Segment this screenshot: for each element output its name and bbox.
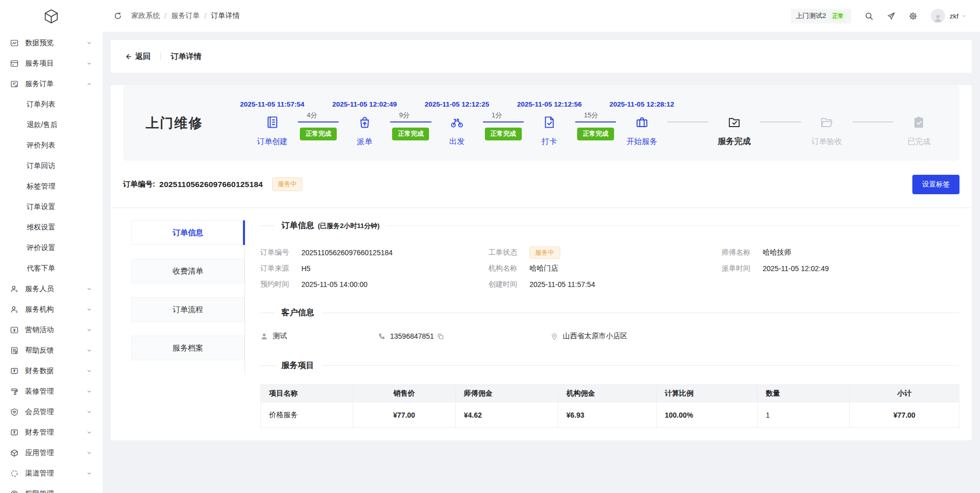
sidebar-subitem-order-followup[interactable]: 订单回访 bbox=[0, 156, 103, 176]
app-window: 数据预览 服务项目 服务订单 订单列表 退款/售后 评价列表 订单回访 标签管理… bbox=[0, 0, 980, 493]
back-button[interactable]: 返回 bbox=[124, 52, 151, 61]
breadcrumb-service-orders[interactable]: 服务订单 bbox=[171, 11, 200, 20]
content-area: 返回 订单详情 上门维修 2025-11-05 11:57:54 订单创建 bbox=[103, 32, 980, 493]
sidebar-item-permissions[interactable]: 权限管理 bbox=[0, 484, 103, 493]
field-order-number: 订单编号 20251105626097660125184 bbox=[260, 244, 488, 260]
document-check-icon bbox=[542, 115, 556, 129]
sidebar-item-channels[interactable]: 渠道管理 bbox=[0, 463, 103, 484]
topbar: 家政系统 / 服务订单 / 订单详情 上门测试2 正常 zkf bbox=[103, 0, 980, 32]
chevron-down-icon bbox=[86, 327, 92, 333]
sidebar-item-decoration[interactable]: 装修管理 bbox=[0, 381, 103, 402]
status-badge: 正常完成 bbox=[300, 128, 337, 140]
folder-check-icon bbox=[727, 115, 741, 129]
sidebar-item-service-agency[interactable]: 服务机构 bbox=[0, 299, 103, 320]
cell-ratio: 100.00% bbox=[657, 402, 758, 428]
chevron-down-icon bbox=[86, 388, 92, 395]
tab-charge-list[interactable]: 收费清单 bbox=[131, 259, 244, 283]
step-label: 订单创建 bbox=[257, 136, 288, 147]
sidebar-item-finance-data[interactable]: 财务数据 bbox=[0, 361, 103, 381]
chevron-down-icon bbox=[86, 450, 92, 456]
finance-icon bbox=[10, 428, 18, 437]
chevron-up-icon bbox=[86, 81, 92, 87]
breadcrumb-separator: / bbox=[165, 12, 167, 20]
timeline-step-completed: 已完成 bbox=[897, 99, 941, 147]
section-customer-info: 客户信息 bbox=[260, 307, 959, 318]
send-icon[interactable] bbox=[887, 12, 895, 20]
sidebar-subitem-tag-management[interactable]: 标签管理 bbox=[0, 176, 103, 197]
column-header: 师傅佣金 bbox=[456, 385, 558, 402]
timeline-connector bbox=[849, 99, 897, 147]
column-header: 数量 bbox=[758, 385, 850, 402]
chevron-down-icon bbox=[86, 347, 92, 354]
cell-master-commission: ¥4.62 bbox=[456, 402, 558, 428]
field-master-name: 师傅名称 哈哈技师 bbox=[722, 244, 959, 260]
cell-agency-commission: ¥6.93 bbox=[558, 402, 657, 428]
sidebar-subitem-review-list[interactable]: 评价列表 bbox=[0, 135, 103, 156]
step-label: 订单验收 bbox=[811, 136, 842, 147]
table-row: 价格服务 ¥77.00 ¥4.62 ¥6.93 100.00% 1 ¥77.00 bbox=[261, 402, 959, 428]
sidebar-item-service-staff[interactable]: 服务人员 bbox=[0, 279, 103, 299]
sidebar-subitem-order-settings[interactable]: 订单设置 bbox=[0, 197, 103, 217]
detail-tabs: 订单信息 收费清单 订单流程 服务档案 bbox=[131, 220, 245, 374]
paint-roller-icon bbox=[10, 387, 18, 396]
sidebar-item-finance-mgmt[interactable]: 财务管理 bbox=[0, 422, 103, 443]
sidebar-subitem-review-settings[interactable]: 评价设置 bbox=[0, 238, 103, 258]
column-header: 项目名称 bbox=[261, 385, 353, 402]
document-icon bbox=[10, 346, 18, 355]
sidebar-item-marketing[interactable]: 营销活动 bbox=[0, 320, 103, 340]
order-info-grid: 订单编号 20251105626097660125184 工单状态 服务中 师傅… bbox=[260, 244, 959, 292]
person-icon bbox=[10, 305, 18, 314]
username[interactable]: zkf bbox=[950, 12, 958, 20]
step-label: 服务完成 bbox=[718, 136, 750, 147]
location-pin-icon bbox=[550, 333, 558, 340]
refresh-icon[interactable] bbox=[114, 12, 122, 20]
column-header: 机构佣金 bbox=[558, 385, 657, 402]
set-tag-button[interactable]: 设置标签 bbox=[912, 175, 959, 194]
gear-icon[interactable] bbox=[909, 12, 917, 20]
sidebar-subitem-rights-settings[interactable]: 维权设置 bbox=[0, 217, 103, 238]
avatar[interactable] bbox=[931, 9, 945, 23]
tab-order-flow[interactable]: 订单流程 bbox=[131, 297, 244, 322]
step-label: 打卡 bbox=[542, 136, 557, 147]
page-title: 订单详情 bbox=[171, 52, 201, 61]
step-label: 出发 bbox=[450, 136, 465, 147]
order-detail-card: 上门维修 2025-11-05 11:57:54 订单创建 4分 正常完成 bbox=[111, 85, 972, 440]
sidebar-subitem-order-list[interactable]: 订单列表 bbox=[0, 94, 103, 115]
work-status-badge: 服务中 bbox=[529, 246, 560, 259]
workspace-badge[interactable]: 上门测试2 正常 bbox=[791, 9, 851, 24]
detail-content: 订单信息 (已服务2小时11分钟) 订单编号 20251105626097660… bbox=[260, 220, 959, 428]
order-number-value: 20251105626097660125184 bbox=[159, 180, 263, 189]
timeline-connector bbox=[756, 99, 804, 147]
cell-item-name: 价格服务 bbox=[261, 402, 353, 428]
status-badge: 正常完成 bbox=[577, 128, 614, 140]
sidebar-item-data-preview[interactable]: 数据预览 bbox=[0, 33, 103, 53]
step-label: 开始服务 bbox=[626, 136, 657, 147]
tab-order-info[interactable]: 订单信息 bbox=[131, 220, 244, 245]
chevron-down-icon bbox=[86, 40, 92, 46]
sidebar-item-apps[interactable]: 应用管理 bbox=[0, 443, 103, 463]
column-header: 计算比例 bbox=[657, 385, 758, 402]
order-number-label: 订单编号: bbox=[123, 179, 155, 189]
section-subtitle: (已服务2小时11分钟) bbox=[318, 221, 380, 231]
sidebar-item-service-projects[interactable]: 服务项目 bbox=[0, 53, 103, 74]
sidebar-item-members[interactable]: 会员管理 bbox=[0, 402, 103, 422]
sidebar-subitem-refund-aftersale[interactable]: 退款/售后 bbox=[0, 115, 103, 135]
sidebar-subitem-proxy-order[interactable]: 代客下单 bbox=[0, 258, 103, 279]
tab-service-archive[interactable]: 服务档案 bbox=[131, 336, 244, 360]
workspace-name: 上门测试2 bbox=[796, 11, 826, 20]
chevron-down-icon bbox=[86, 491, 92, 493]
chevron-down-icon[interactable] bbox=[961, 13, 967, 19]
sidebar-item-help-feedback[interactable]: 帮助反馈 bbox=[0, 340, 103, 361]
folder-open-icon bbox=[820, 115, 833, 129]
copy-icon[interactable] bbox=[437, 333, 444, 340]
cell-subtotal: ¥77.00 bbox=[850, 402, 959, 428]
document-lines-icon bbox=[266, 115, 279, 129]
dashed-circle-icon bbox=[10, 469, 18, 478]
breadcrumb-home[interactable]: 家政系统 bbox=[131, 11, 160, 20]
sidebar-item-service-orders[interactable]: 服务订单 bbox=[0, 74, 103, 94]
search-icon[interactable] bbox=[865, 12, 873, 20]
timeline-step-order-acceptance: 订单验收 bbox=[805, 99, 849, 147]
bicycle-icon bbox=[450, 115, 464, 129]
field-order-source: 订单来源 H5 bbox=[260, 260, 488, 276]
customer-address: 山西省太原市小店区 bbox=[550, 332, 627, 341]
